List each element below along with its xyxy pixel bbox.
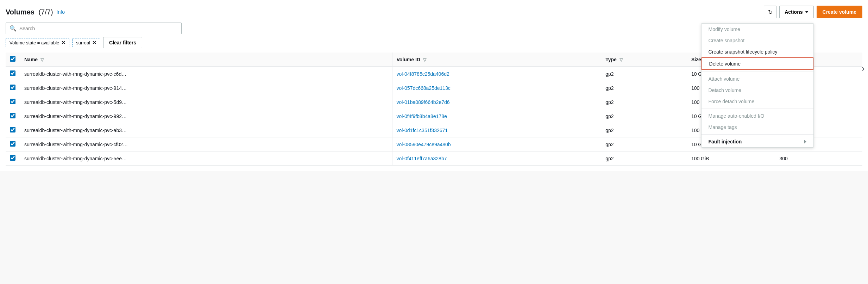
row-checkbox[interactable] bbox=[10, 127, 15, 132]
dropdown-item-attach[interactable]: Attach volume bbox=[702, 73, 813, 85]
row-name: surrealdb-cluster-with-mng-dynamic-pvc-5… bbox=[20, 152, 392, 166]
search-icon: 🔍 bbox=[10, 25, 17, 32]
clear-filters-button[interactable]: Clear filters bbox=[103, 37, 142, 48]
row-name: surrealdb-cluster-with-mng-dynamic-pvc-9… bbox=[20, 109, 392, 123]
search-box: 🔍 bbox=[6, 23, 182, 34]
volumes-page: Volumes (7/7) Info ↻ Actions Modify volu… bbox=[0, 0, 868, 171]
filter-close-surreal[interactable]: ✕ bbox=[92, 40, 96, 45]
volume-id-link[interactable]: vol-0f4f9fb8b4a8e178e bbox=[397, 113, 447, 119]
row-volume-id[interactable]: vol-0f411eff7a6a328b7 bbox=[392, 152, 601, 166]
dropdown-item-label: Manage auto-enabled I/O bbox=[709, 113, 765, 119]
refresh-icon: ↻ bbox=[768, 9, 773, 16]
row-type: gp2 bbox=[601, 123, 687, 137]
row-type: gp2 bbox=[601, 137, 687, 152]
row-type: gp2 bbox=[601, 81, 687, 95]
dropdown-item-force-detach[interactable]: Force detach volume bbox=[702, 96, 813, 107]
dropdown-item-label: Modify volume bbox=[709, 26, 740, 32]
row-checkbox[interactable] bbox=[10, 99, 15, 104]
refresh-button[interactable]: ↻ bbox=[764, 6, 776, 18]
column-label: Size bbox=[691, 57, 701, 62]
row-checkbox-cell[interactable] bbox=[6, 152, 20, 166]
column-header-type[interactable]: Type ▽ bbox=[601, 53, 687, 67]
row-volume-id[interactable]: vol-0d1fc1c351f332671 bbox=[392, 123, 601, 137]
search-input[interactable] bbox=[19, 26, 178, 31]
column-label: Name bbox=[24, 57, 38, 62]
row-volume-id[interactable]: vol-01ba089f664b2e7d6 bbox=[392, 95, 601, 109]
row-checkbox-cell[interactable] bbox=[6, 67, 20, 81]
row-checkbox-cell[interactable] bbox=[6, 95, 20, 109]
dropdown-item-modify[interactable]: Modify volume bbox=[702, 24, 813, 35]
row-type: gp2 bbox=[601, 109, 687, 123]
row-size: 100 GiB bbox=[687, 152, 775, 166]
row-checkbox-cell[interactable] bbox=[6, 123, 20, 137]
volume-id-link[interactable]: vol-01ba089f664b2e7d6 bbox=[397, 99, 450, 105]
dropdown-divider-3 bbox=[702, 134, 813, 135]
row-checkbox-cell[interactable] bbox=[6, 137, 20, 152]
select-all-checkbox[interactable] bbox=[10, 56, 15, 62]
title-area: Volumes (7/7) Info bbox=[6, 8, 65, 16]
row-name: surrealdb-cluster-with-mng-dynamic-pvc-c… bbox=[20, 67, 392, 81]
dropdown-item-fault-injection[interactable]: Fault injection bbox=[702, 136, 813, 147]
filter-close-volume-state[interactable]: ✕ bbox=[61, 40, 65, 45]
filter-label: Volume state = available bbox=[10, 40, 59, 45]
row-name: surrealdb-cluster-with-mng-dynamic-pvc-5… bbox=[20, 95, 392, 109]
row-checkbox[interactable] bbox=[10, 85, 15, 90]
dropdown-item-label: Attach volume bbox=[709, 76, 740, 82]
sort-icon-type: ▽ bbox=[619, 57, 623, 62]
actions-label: Actions bbox=[785, 9, 803, 15]
row-volume-id[interactable]: vol-0f4f9fb8b4a8e178e bbox=[392, 109, 601, 123]
filter-tag-surreal: surreal ✕ bbox=[72, 38, 100, 47]
row-type: gp2 bbox=[601, 95, 687, 109]
dropdown-item-create-snapshot[interactable]: Create snapshot bbox=[702, 35, 813, 46]
row-checkbox[interactable] bbox=[10, 113, 15, 118]
row-type: gp2 bbox=[601, 67, 687, 81]
row-checkbox[interactable] bbox=[10, 70, 15, 76]
row-type: gp2 bbox=[601, 152, 687, 166]
sort-icon-volume-id: ▽ bbox=[423, 57, 426, 62]
row-volume-id[interactable]: vol-04f8785c25da406d2 bbox=[392, 67, 601, 81]
row-volume-id[interactable]: vol-08590e479ce9a480b bbox=[392, 137, 601, 152]
dropdown-item-label: Create snapshot bbox=[709, 38, 745, 43]
row-checkbox-cell[interactable] bbox=[6, 81, 20, 95]
sort-icon-name: ▽ bbox=[40, 57, 44, 62]
dropdown-item-snapshot-lifecycle[interactable]: Create snapshot lifecycle policy bbox=[702, 46, 813, 57]
dropdown-item-label: Fault injection bbox=[709, 139, 742, 144]
volume-id-link[interactable]: vol-08590e479ce9a480b bbox=[397, 142, 451, 147]
actions-button[interactable]: Actions bbox=[779, 6, 813, 18]
filter-tag-volume-state: Volume state = available ✕ bbox=[6, 38, 69, 47]
row-volume-id[interactable]: vol-057dc668a25de113c bbox=[392, 81, 601, 95]
dropdown-item-label: Delete volume bbox=[709, 61, 741, 67]
info-link[interactable]: Info bbox=[57, 9, 65, 15]
column-header-name[interactable]: Name ▽ bbox=[20, 53, 392, 67]
column-label: Volume ID bbox=[397, 57, 420, 62]
row-iops: 300 bbox=[775, 152, 862, 166]
actions-container: Actions Modify volume Create snapshot Cr… bbox=[779, 6, 813, 18]
select-all-checkbox-header[interactable] bbox=[6, 53, 20, 67]
dropdown-item-manage-tags[interactable]: Manage tags bbox=[702, 122, 813, 133]
row-checkbox[interactable] bbox=[10, 141, 15, 147]
row-checkbox[interactable] bbox=[10, 155, 15, 161]
title-text: Volumes bbox=[6, 8, 34, 16]
page-title: Volumes (7/7) bbox=[6, 8, 53, 16]
dropdown-divider bbox=[702, 72, 813, 72]
volume-id-link[interactable]: vol-0f411eff7a6a328b7 bbox=[397, 156, 447, 161]
create-volume-button[interactable]: Create volume bbox=[817, 6, 862, 18]
dropdown-item-label: Detach volume bbox=[709, 87, 741, 93]
header-row: Volumes (7/7) Info ↻ Actions Modify volu… bbox=[6, 6, 862, 18]
column-header-volume-id[interactable]: Volume ID ▽ bbox=[392, 53, 601, 67]
actions-dropdown-menu: Modify volume Create snapshot Create sna… bbox=[701, 23, 814, 148]
dropdown-item-delete[interactable]: Delete volume bbox=[702, 57, 813, 70]
column-label: Type bbox=[605, 57, 617, 62]
dropdown-item-detach[interactable]: Detach volume bbox=[702, 85, 813, 96]
dropdown-item-label: Create snapshot lifecycle policy bbox=[709, 49, 778, 55]
dropdown-item-label: Manage tags bbox=[709, 124, 737, 130]
row-name: surrealdb-cluster-with-mng-dynamic-pvc-c… bbox=[20, 137, 392, 152]
filter-label: surreal bbox=[76, 40, 90, 45]
submenu-icon bbox=[804, 140, 806, 143]
volume-id-link[interactable]: vol-04f8785c25da406d2 bbox=[397, 71, 449, 77]
volume-id-link[interactable]: vol-0d1fc1c351f332671 bbox=[397, 128, 448, 133]
header-actions: ↻ Actions Modify volume Create snapshot bbox=[764, 6, 862, 18]
dropdown-item-manage-io[interactable]: Manage auto-enabled I/O bbox=[702, 110, 813, 122]
row-checkbox-cell[interactable] bbox=[6, 109, 20, 123]
volume-id-link[interactable]: vol-057dc668a25de113c bbox=[397, 85, 451, 91]
